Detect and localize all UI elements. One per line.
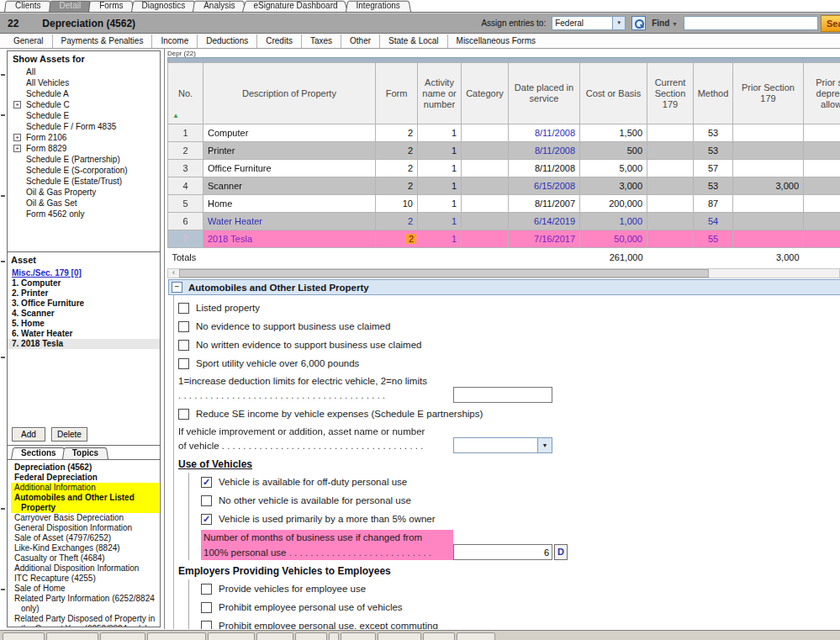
cell-cur179[interactable] [647,195,694,213]
section-item-carryover-basis-depreciation[interactable]: Carryover Basis Depreciation [11,513,159,523]
listed-property-checkbox[interactable] [178,303,189,314]
column-header-method[interactable]: Method [694,63,733,124]
nav-item-deductions[interactable]: Deductions [197,34,256,48]
column-header-prior-section-179[interactable]: Prior Section 179 [733,63,804,124]
cell-prior179[interactable] [733,142,804,160]
column-header-category[interactable]: Category [462,63,509,124]
cell-no[interactable]: 6 [168,213,203,230]
cell-activity[interactable]: 1 [418,230,462,248]
search-button[interactable]: Search [821,15,840,32]
bottom-tab[interactable] [378,632,421,640]
cell-desc[interactable]: Computer [203,124,376,142]
cell-method[interactable]: 54 [694,213,733,230]
show-assets-item-schedule-c[interactable]: +Schedule C [8,99,160,110]
cell-prior179[interactable] [733,195,804,213]
cell-cost[interactable]: 1,000 [580,213,647,230]
tab-sections[interactable]: Sections [11,447,66,459]
provide-vehicles-for-employee-use-checkbox[interactable] [201,584,212,595]
cell-priorsp[interactable] [804,195,840,213]
bottom-tab[interactable] [100,632,145,640]
months-input[interactable] [453,544,552,560]
panel-header[interactable]: − Automobiles and Other Listed Property [168,279,840,295]
cell-prior179[interactable] [733,230,804,248]
show-assets-item-form-4562-only[interactable]: Form 4562 only [8,209,160,220]
column-header-prior-special-depreciation-allowance[interactable]: Prior special depreciation allowance [804,63,840,124]
tab-clients[interactable]: Clients [4,0,52,12]
cell-date[interactable]: 8/11/2008 [509,124,580,142]
show-assets-item-schedule-e-partnership[interactable]: Schedule E (Partnership) [8,154,160,165]
cell-method[interactable]: 57 [694,160,733,177]
cell-category[interactable] [462,195,509,213]
misc-sec-179-link[interactable]: Misc./Sec. 179 [0] [12,268,160,278]
cell-method[interactable]: 87 [694,195,733,213]
cell-desc[interactable]: Office Furniture [203,160,376,177]
cell-form[interactable]: 2 [376,142,418,160]
show-assets-item-oil-gas-property[interactable]: Oil & Gas Property [8,187,160,198]
asset-item-3-office-furniture[interactable]: 3. Office Furniture [8,299,160,309]
vehicle-is-used-primarily-by-a-more-than-checkbox[interactable]: ✓ [201,514,212,525]
bottom-tab[interactable] [256,632,293,640]
no-other-vehicle-is-available-for-person-checkbox[interactable] [201,495,212,506]
cell-prior179[interactable] [733,213,804,230]
cell-desc[interactable]: 2018 Tesla [203,230,376,248]
section-item-related-party-information-6252-8824-only[interactable]: Related Party Information (6252/8824 onl… [11,594,159,614]
chevron-down-icon[interactable]: ▼ [537,438,552,452]
prohibit-employee-personal-use-of-vehicl-checkbox[interactable] [201,602,212,613]
cell-prior179[interactable]: 3,000 [733,177,804,195]
bottom-tab[interactable] [147,632,206,640]
cell-activity[interactable]: 1 [418,124,462,142]
column-header-description-of-property[interactable]: Description of Property [203,63,376,124]
no-written-evidence-to-support-business--checkbox[interactable] [178,340,189,351]
cell-date[interactable]: 6/15/2008 [509,177,580,195]
cell-activity[interactable]: 1 [418,160,462,177]
show-assets-item-schedule-e-s-corporation[interactable]: Schedule E (S-corporation) [8,165,160,176]
tab-forms[interactable]: Forms [88,0,134,12]
expand-plus-icon[interactable]: + [13,101,21,108]
nav-item-general[interactable]: General [5,34,52,48]
cell-form[interactable]: 10 [376,195,418,213]
section-item-federal-depreciation[interactable]: Federal Depreciation [11,473,159,483]
cell-category[interactable] [462,160,509,177]
cell-cost[interactable]: 5,000 [580,160,647,177]
cell-cur179[interactable] [647,213,694,230]
reduce-se-income-by-vehicle-expenses-sch-checkbox[interactable] [178,409,189,420]
cell-desc[interactable]: Water Heater [203,213,376,230]
cell-cost[interactable]: 3,000 [580,177,647,195]
tab-detail[interactable]: Detail [49,0,92,12]
delete-button[interactable]: Delete [51,427,87,442]
electric-vehicle-input[interactable] [453,387,552,403]
add-button[interactable]: Add [12,427,45,442]
cell-cost[interactable]: 500 [580,142,647,160]
expand-plus-icon[interactable]: + [13,145,21,152]
search-icon[interactable] [631,16,646,30]
cell-no[interactable]: 2 [168,142,203,160]
cell-no[interactable]: 5 [168,195,203,213]
bottom-tab[interactable] [341,632,376,640]
cell-cost[interactable]: 1,500 [580,124,647,142]
show-assets-item-all[interactable]: All [8,66,160,77]
cell-form[interactable]: 2 [376,177,418,195]
nav-item-payments-penalties[interactable]: Payments & Penalties [52,34,152,48]
cell-cost[interactable]: 200,000 [580,195,647,213]
nav-item-credits[interactable]: Credits [256,34,301,48]
cell-no[interactable]: 7 [168,230,203,248]
bottom-tab[interactable] [423,632,455,640]
asset-item-2-printer[interactable]: 2. Printer [8,288,160,299]
cell-cur179[interactable] [647,124,694,142]
section-item-general-disposition-information[interactable]: General Disposition Information [11,523,159,533]
horizontal-scrollbar[interactable]: ‹ [167,268,840,278]
asset-item-1-computer[interactable]: 1. Computer [8,278,160,288]
cell-method[interactable]: 55 [694,230,733,248]
cell-category[interactable] [462,177,509,195]
bottom-tab[interactable] [457,632,495,640]
cell-form[interactable]: 2 [376,213,418,230]
cell-method[interactable]: 53 [694,177,733,195]
prohibit-employee-personal-use-except-co-checkbox[interactable] [201,621,212,630]
assign-entries-dropdown[interactable]: Federal ▼ [552,16,626,30]
cell-activity[interactable]: 1 [418,177,462,195]
cell-activity[interactable]: 1 [418,142,462,160]
asset-item-4-scanner[interactable]: 4. Scanner [8,309,160,319]
cell-no[interactable]: 4 [168,177,203,195]
find-menu[interactable]: Find ▼ [652,19,678,28]
nav-item-taxes[interactable]: Taxes [301,34,341,48]
